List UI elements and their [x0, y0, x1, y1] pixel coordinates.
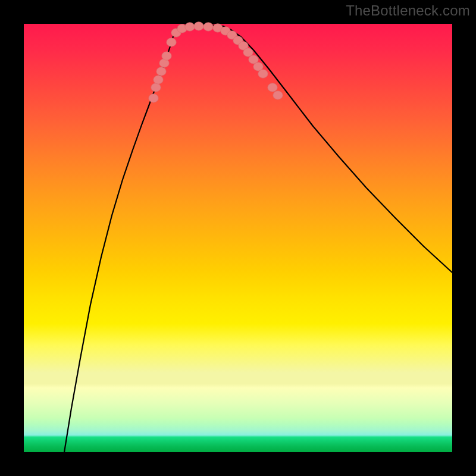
marker-left-cluster-a: [151, 83, 161, 92]
watermark-label: TheBottleneck.com: [346, 2, 470, 19]
marker-left-cluster-b: [154, 76, 163, 84]
marker-valley-c: [185, 23, 195, 31]
curves-svg: [24, 24, 452, 452]
marker-right-cluster-top2: [273, 91, 283, 99]
marker-left-cluster-e: [162, 52, 171, 60]
marker-valley-d: [194, 22, 203, 30]
plot-area: [24, 24, 452, 452]
marker-left-cluster-c: [156, 67, 166, 76]
marker-right-cluster-h: [258, 70, 268, 78]
marker-left-cluster-f: [167, 38, 176, 46]
chart-root: TheBottleneck.com: [0, 0, 476, 476]
marker-left-cluster-top: [149, 94, 158, 102]
bottleneck-curve: [64, 24, 452, 452]
marker-right-cluster-top: [268, 83, 277, 92]
marker-valley-e: [203, 23, 213, 31]
